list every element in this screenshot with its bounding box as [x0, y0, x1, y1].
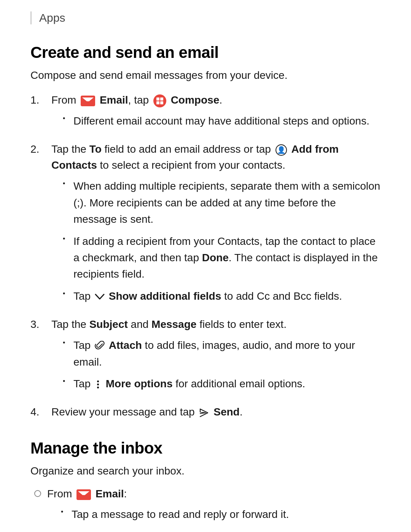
step-2-bullet-2-text: If adding a recipient from your Contacts…: [73, 233, 381, 283]
bullet-dot: •: [61, 529, 72, 532]
step-2-bullet-3: • Tap Show additional fields to add Cc a…: [63, 288, 381, 304]
email-label: Email: [100, 94, 128, 106]
bullet-dot: •: [63, 234, 73, 244]
step-3-bullet-2-text: Tap More options for additional email op…: [73, 375, 381, 392]
step-2-bullet-1: • When adding multiple recipients, separ…: [63, 178, 381, 227]
manage-from-line: From Email:: [30, 488, 381, 500]
step-2-bullet-3-text: Tap Show additional fields to add Cc and…: [73, 288, 381, 304]
compose-label: Compose: [171, 94, 220, 106]
step-1-bullet-1: • Different email account may have addit…: [63, 113, 381, 129]
page-header: Apps: [30, 11, 381, 24]
step-2-number: 2.: [30, 141, 51, 157]
step-1-number: 1.: [30, 92, 51, 108]
step-3-bullets: • Tap Attach to add files, images, audio…: [51, 337, 381, 392]
step-1-content: From Email, tap Compose. •: [51, 92, 381, 134]
step-1: 1. From Email, tap Compose.: [30, 92, 381, 134]
bullet-dot: •: [63, 338, 73, 348]
bullet-dot: •: [63, 376, 73, 387]
bullet-dot: •: [63, 113, 73, 124]
manage-bullet-2: • Tap to search for key words in your em…: [61, 528, 381, 532]
step-2-text: Tap the To field to add an email address…: [51, 143, 339, 171]
section2-title: Manage the inbox: [30, 439, 381, 457]
section2-subtitle: Organize and search your inbox.: [30, 465, 381, 477]
section-manage-inbox: Manage the inbox Organize and search you…: [30, 439, 381, 532]
manage-bullets: • Tap a message to read and reply or for…: [30, 506, 381, 532]
step-3-content: Tap the Subject and Message fields to en…: [51, 316, 381, 397]
bullet-dot: •: [61, 507, 72, 518]
header-label: Apps: [39, 11, 65, 24]
bullet-dot: •: [63, 289, 73, 299]
step-3-bullet-1: • Tap Attach to add files, images, audio…: [63, 337, 381, 370]
step-4-number: 4.: [30, 404, 51, 420]
step-4-content: Review your message and tap Send.: [51, 404, 381, 420]
manage-bullet-2-text: Tap to search for key words in your emai…: [72, 528, 381, 532]
email-label-2: Email: [96, 488, 124, 500]
steps-list: 1. From Email, tap Compose.: [30, 92, 381, 420]
email-icon-2: [76, 489, 91, 500]
more-options-icon: [95, 380, 101, 389]
step-2-content: Tap the To field to add an email address…: [51, 141, 381, 310]
attach-icon: [95, 341, 105, 351]
email-icon: [81, 96, 95, 106]
step-1-bullets: • Different email account may have addit…: [51, 113, 381, 129]
step-3: 3. Tap the Subject and Message fields to…: [30, 316, 381, 397]
compose-icon-inner: [156, 97, 163, 104]
section1-subtitle: Compose and send email messages from you…: [30, 69, 381, 81]
contacts-icon: 👤: [276, 144, 287, 156]
manage-bullet-1-text: Tap a message to read and reply or forwa…: [72, 506, 381, 522]
step-4: 4. Review your message and tap Send.: [30, 404, 381, 420]
circle-bullet: [34, 490, 41, 497]
chevron-down-icon: [95, 293, 105, 300]
step-2-bullets: • When adding multiple recipients, separ…: [51, 178, 381, 304]
section1-title: Create and send an email: [30, 43, 381, 62]
step-2-bullet-1-text: When adding multiple recipients, separat…: [73, 178, 381, 227]
bullet-dot: •: [63, 179, 73, 189]
step-4-text: Review your message and tap Send.: [51, 406, 242, 418]
step-2-bullet-2: • If adding a recipient from your Contac…: [63, 233, 381, 283]
section-create-email: Create and send an email Compose and sen…: [30, 43, 381, 420]
manage-from-text: From Email:: [47, 488, 127, 500]
step-1-text: From Email, tap Compose.: [51, 94, 222, 106]
step-3-bullet-2: • Tap More options for additional email …: [63, 375, 381, 392]
step-1-bullet-1-text: Different email account may have additio…: [73, 113, 381, 129]
step-3-text: Tap the Subject and Message fields to en…: [51, 318, 287, 330]
step-3-bullet-1-text: Tap Attach to add files, images, audio, …: [73, 337, 381, 370]
step-3-number: 3.: [30, 316, 51, 332]
compose-icon: [153, 94, 166, 107]
manage-bullet-1: • Tap a message to read and reply or for…: [61, 506, 381, 522]
step-2: 2. Tap the To field to add an email addr…: [30, 141, 381, 310]
send-icon: [199, 407, 209, 418]
